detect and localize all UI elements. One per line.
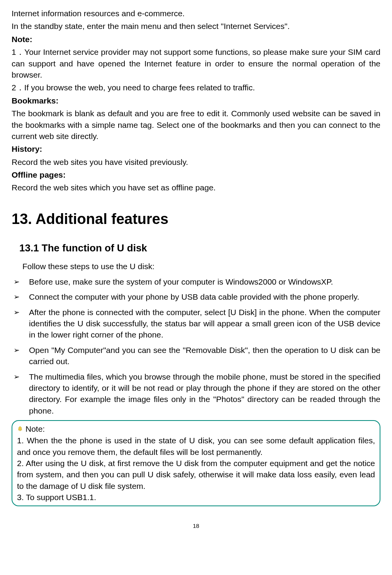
- bullet-text: After the phone is connected with the co…: [29, 307, 380, 341]
- follow-steps: Follow these steps to use the U disk:: [22, 261, 380, 272]
- note-box-header: Note:: [17, 423, 375, 435]
- bullet-text: Open "My Computer"and you can see the "R…: [29, 344, 380, 367]
- bullet-list: ➢ Before use, make sure the system of yo…: [12, 276, 380, 416]
- page-number: 18: [12, 522, 380, 530]
- list-item: ➢ Connect the computer with your phone b…: [12, 291, 380, 302]
- chevron-right-icon: ➢: [14, 276, 29, 287]
- bullet-text: Before use, make sure the system of your…: [29, 276, 380, 287]
- content: Internet information resources and e-com…: [12, 8, 380, 530]
- note-box-item: 3. To support USB1.1.: [17, 492, 375, 503]
- paragraph: In the standby state, enter the main men…: [12, 20, 380, 32]
- note-box-item: 1. When the the phone is used in the sta…: [17, 435, 375, 458]
- chevron-right-icon: ➢: [14, 344, 29, 356]
- note-box: Note: 1. When the the phone is used in t…: [12, 420, 380, 506]
- offline-label: Offline pages:: [12, 169, 380, 180]
- chevron-right-icon: ➢: [14, 307, 29, 318]
- offline-text: Record the web sites which you have set …: [12, 182, 380, 193]
- bell-icon: [17, 426, 23, 432]
- list-item: ➢ Before use, make sure the system of yo…: [12, 276, 380, 287]
- heading-2: 13.1 The function of U disk: [19, 241, 380, 255]
- list-item: ➢ The multimedia files, which you browse…: [12, 371, 380, 417]
- chevron-right-icon: ➢: [14, 371, 29, 382]
- chevron-right-icon: ➢: [14, 291, 29, 302]
- note-item: 2．If you browse the web, you need to cha…: [12, 82, 380, 93]
- history-label: History:: [12, 143, 380, 154]
- history-text: Record the web sites you have visited pr…: [12, 156, 380, 168]
- bookmarks-label: Bookmarks:: [12, 95, 380, 106]
- list-item: ➢ After the phone is connected with the …: [12, 307, 380, 341]
- bookmarks-text: The bookmark is blank as default and you…: [12, 108, 380, 142]
- heading-1: 13. Additional features: [12, 209, 380, 229]
- note-box-item: 2. After using the U disk, at first remo…: [17, 458, 375, 492]
- paragraph: Internet information resources and e-com…: [12, 8, 380, 19]
- note-box-title: Note:: [25, 423, 45, 434]
- bullet-text: Connect the computer with your phone by …: [29, 291, 380, 302]
- bullet-text: The multimedia files, which you browse t…: [29, 371, 380, 417]
- list-item: ➢ Open "My Computer"and you can see the …: [12, 344, 380, 367]
- note-item: 1．Your Internet service provider may not…: [12, 46, 380, 80]
- note-label: Note:: [12, 34, 380, 45]
